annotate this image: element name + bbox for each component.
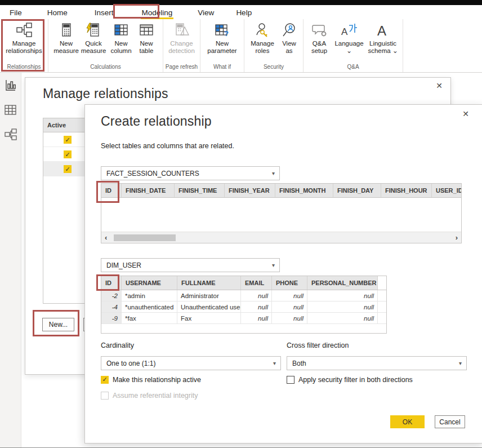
active-checkbox[interactable]: ✓ — [64, 165, 72, 173]
manage-relationships-button[interactable]: Manage relationships — [1, 19, 48, 63]
column-header[interactable]: FINISH_HOUR — [381, 184, 432, 197]
scroll-left-icon[interactable]: ‹ — [105, 233, 107, 243]
table1-header-row: ID FINISH_DATE FINISH_TIME FINISH_YEAR F… — [101, 184, 461, 198]
linguistic-schema-button[interactable]: A Linguistic schema ⌄ — [365, 19, 400, 63]
new-relationship-button[interactable]: New... — [42, 318, 74, 331]
change-detection-button[interactable]: Change detection — [165, 19, 199, 63]
manage-relationships-icon — [16, 21, 33, 39]
group-page-refresh: Change detection Page refresh — [163, 19, 200, 72]
button-label: New — [216, 40, 229, 47]
unchecked-checkbox[interactable] — [287, 376, 294, 384]
dim-user-table-preview: ID USERNAME FULLNAME EMAIL PHONE PERSONA… — [101, 276, 387, 334]
model-view-icon[interactable] — [5, 128, 17, 140]
cell-personal-number: null — [307, 301, 378, 312]
button-label: Manage — [251, 40, 274, 47]
scroll-right-icon[interactable]: › — [456, 233, 458, 243]
cardinality-select[interactable]: One to one (1:1) ▾ — [101, 356, 281, 370]
qa-setup-button[interactable]: Q&A setup — [306, 19, 333, 63]
ribbon: Manage relationships Relationships New m… — [0, 19, 482, 73]
column-header[interactable]: USER_ID — [432, 184, 461, 197]
window-titlebar — [0, 0, 482, 5]
cell-id: -9 — [101, 313, 122, 323]
column-header[interactable]: ID — [101, 184, 122, 197]
new-parameter-button[interactable]: ? New parameter — [206, 19, 239, 63]
group-label-calculations: Calculations — [48, 63, 163, 72]
column-header[interactable]: FULLNAME — [177, 276, 241, 290]
horizontal-scrollbar[interactable]: ‹ › — [101, 232, 461, 243]
language-button[interactable]: A Language ⌄ — [333, 19, 365, 63]
view-sidebar — [0, 73, 21, 447]
cell-username: *admin — [122, 290, 177, 301]
lightning-calculator-icon — [86, 21, 101, 39]
cell-phone: null — [272, 290, 307, 301]
speech-bubble-gear-icon — [312, 21, 327, 39]
quick-measure-button[interactable]: Quick measure — [79, 19, 108, 63]
column-header[interactable]: FINISH_MONTH — [275, 184, 333, 197]
cross-filter-value: Both — [292, 360, 306, 367]
table1-selector[interactable]: FACT_SESSION_COUNTERS ▾ — [101, 166, 280, 180]
table-row[interactable]: -4 *unauthenticated Unauthenticated user… — [101, 301, 386, 313]
cancel-button[interactable]: Cancel — [435, 415, 465, 428]
svg-text:A: A — [377, 23, 386, 38]
cross-filter-select[interactable]: Both ▾ — [287, 356, 467, 370]
column-header[interactable]: FINISH_YEAR — [225, 184, 275, 197]
tab-help[interactable]: Help — [235, 7, 253, 19]
checkbox-label: Assume referential integrity — [113, 392, 198, 400]
button-label: measure — [81, 47, 106, 55]
make-active-checkbox-row[interactable]: ✓ Make this relationship active — [101, 376, 201, 384]
column-header[interactable]: EMAIL — [241, 276, 272, 290]
column-header[interactable]: FINISH_DAY — [333, 184, 381, 197]
button-label: New — [140, 40, 153, 47]
active-checkbox[interactable]: ✓ — [64, 150, 72, 158]
column-header[interactable]: PHONE — [272, 276, 307, 290]
table-row[interactable]: -2 *admin Administrator null null null — [101, 290, 386, 301]
manage-roles-button[interactable]: Manage roles — [247, 19, 278, 63]
cell-fullname: Fax — [177, 313, 241, 323]
table-row[interactable]: -9 *fax Fax null null null — [101, 313, 386, 324]
button-label: Manage — [12, 40, 36, 47]
tab-file[interactable]: File — [8, 7, 23, 19]
button-label: ⌄ — [346, 47, 352, 55]
new-measure-button[interactable]: New measure — [53, 19, 79, 63]
button-label: New — [114, 40, 127, 47]
new-column-button[interactable]: New column — [108, 19, 135, 63]
referential-integrity-checkbox-row: Assume referential integrity — [101, 392, 198, 400]
calculator-icon — [59, 21, 74, 39]
column-header[interactable]: USERNAME — [122, 276, 177, 290]
tab-modeling[interactable]: Modeling — [141, 7, 174, 19]
table2-selector-value: DIM_USER — [106, 261, 141, 269]
relationship-row-selected[interactable]: ✓ — [43, 162, 85, 176]
tab-home[interactable]: Home — [46, 7, 69, 19]
close-icon[interactable]: ✕ — [462, 109, 469, 118]
chevron-down-icon: ▾ — [272, 262, 275, 268]
checked-checkbox[interactable]: ✓ — [101, 376, 109, 384]
relationship-row[interactable]: ✓ — [43, 147, 85, 162]
tab-insert[interactable]: Insert — [93, 7, 115, 19]
active-checkbox[interactable]: ✓ — [64, 136, 72, 144]
column-header[interactable]: PERSONAL_NUMBER — [307, 276, 378, 290]
column-header[interactable]: FINISH_TIME — [175, 184, 225, 197]
column-header[interactable]: ID — [101, 276, 122, 290]
relationship-row[interactable]: ✓ — [43, 132, 85, 147]
relationships-table: Active ✓ ✓ ✓ — [43, 118, 86, 304]
ok-button[interactable]: OK — [390, 415, 425, 428]
button-label: as — [285, 47, 292, 55]
security-filter-checkbox-row[interactable]: Apply security filter in both directions — [287, 376, 413, 384]
report-view-icon[interactable] — [5, 79, 16, 91]
column-header[interactable]: FINISH_DATE — [122, 184, 175, 197]
cell-id: -4 — [101, 301, 122, 312]
cell-email: null — [241, 301, 272, 312]
group-security: Manage roles View as Security — [244, 19, 304, 72]
group-relationships: Manage relationships Relationships — [0, 19, 48, 72]
close-icon[interactable]: ✕ — [436, 81, 443, 90]
data-view-icon[interactable] — [5, 104, 16, 116]
group-calculations: New measure Quick measure — [48, 19, 163, 72]
scrollbar-thumb[interactable] — [114, 234, 176, 241]
new-table-button[interactable]: New table — [135, 19, 158, 63]
button-label: parameter — [207, 47, 236, 55]
view-as-button[interactable]: View as — [278, 19, 301, 63]
table2-selector[interactable]: DIM_USER ▾ — [101, 258, 280, 272]
group-label-qa: Q&A — [304, 63, 403, 72]
magnifier-person-icon — [282, 21, 297, 39]
tab-view[interactable]: View — [197, 7, 215, 19]
